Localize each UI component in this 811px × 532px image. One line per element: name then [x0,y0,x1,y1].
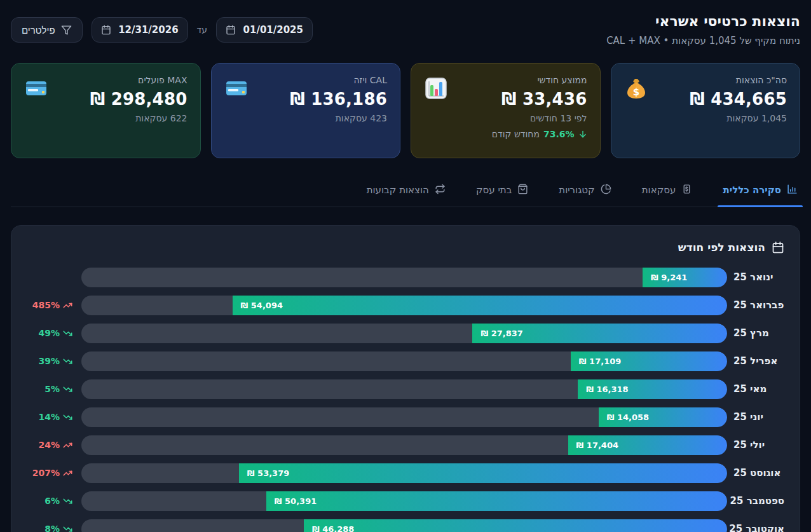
mom-change-pct: 485% [32,300,60,310]
tab-transactions[interactable]: עסקאות [641,179,694,207]
chart-rows: ינואר 25₪ 9,241פברואר 25₪ 54,094485%מרץ … [27,268,784,532]
bar-value-label: ₪ 46,288 [312,524,354,532]
monthly-expenses-chart-card: הוצאות לפי חודש ינואר 25₪ 9,241פברואר 25… [11,225,800,532]
calendar-icon [101,25,111,35]
trending-down-icon [63,524,72,532]
bar-fill[interactable]: ₪ 27,837 [472,324,727,343]
page-subtitle: ניתוח מקיף של 1,045 עסקאות • CAL + MAX [606,35,800,46]
bar-track: ₪ 27,837 [81,324,727,343]
dashboard-page: הוצאות כרטיסי אשראי ניתוח מקיף של 1,045 … [0,0,811,532]
mom-change: 6% [27,496,72,506]
calendar-icon [226,25,236,35]
trending-down-icon [63,329,72,338]
date-from-value: 01/01/2025 [243,24,303,36]
trending-up-icon [63,468,72,478]
stat-sub: 1,045 עסקאות [690,113,787,123]
bar-value-label: ₪ 17,109 [579,357,621,366]
stat-change-label: מחודש קודם [492,129,540,139]
mom-change: 49% [27,328,72,338]
month-label: אפריל 25 [727,355,784,367]
chart-row: יוני 25₪ 14,05814% [27,407,784,427]
chart-title: הוצאות לפי חודש [678,241,765,254]
month-label: מרץ 25 [727,327,784,339]
credit-card-icon [24,76,48,100]
mom-change: 207% [27,468,72,478]
trending-up-icon [63,301,72,310]
mom-change-pct: 24% [38,440,60,450]
mom-change-pct: 6% [44,496,60,506]
month-label: יולי 25 [727,439,784,451]
mom-change-pct: 5% [44,384,60,394]
bar-value-label: ₪ 14,058 [607,413,649,422]
svg-text:$: $ [632,86,639,98]
bar-fill[interactable]: ₪ 54,094 [233,296,727,315]
mom-change-pct: 49% [38,328,60,338]
mom-change: 485% [27,300,72,310]
date-to-input[interactable]: 12/31/2026 [92,17,188,43]
month-label: פברואר 25 [727,299,784,311]
filters-label: פילטרים [22,25,55,36]
stat-card-max: MAX פועלים ₪ 298,480 622 עסקאות [11,63,201,158]
tab-label: עסקאות [642,184,676,196]
tab-recurring[interactable]: הוצאות קבועות [365,179,447,207]
bar-fill[interactable]: ₪ 46,288 [304,519,727,532]
stat-sub: 622 עסקאות [90,113,187,123]
bar-value-label: ₪ 17,404 [576,440,618,450]
bar-fill[interactable]: ₪ 50,391 [266,491,727,511]
stat-label: MAX פועלים [90,75,187,85]
tab-label: סקירה כללית [723,184,781,196]
stat-value: ₪ 298,480 [90,90,187,109]
bar-track: ₪ 9,241 [81,268,727,287]
bar-track: ₪ 54,094 [81,296,727,315]
date-from-input[interactable]: 01/01/2025 [216,17,313,43]
tab-overview[interactable]: סקירה כללית [721,179,799,207]
bar-track: ₪ 46,288 [81,519,727,532]
trending-down-icon [63,385,72,394]
bar-fill[interactable]: ₪ 9,241 [643,268,727,287]
bar-value-label: ₪ 54,094 [241,301,283,310]
stat-label: ממוצע חודשי [492,75,587,85]
bar-chart-emoji-icon [424,76,448,100]
mom-change-pct: 207% [32,468,60,478]
mom-change-pct: 14% [38,412,60,422]
stat-sub: לפי 13 חודשים [492,113,587,123]
mom-change: 5% [27,384,72,394]
trending-down-icon [63,357,72,366]
stat-card-total-texts: סה"כ הוצאות ₪ 434,665 1,045 עסקאות [690,75,787,146]
tab-bar: סקירה כללית עסקאות קטגוריות בתי עסק הוצא… [11,179,800,207]
tab-categories[interactable]: קטגוריות [557,179,612,207]
chart-row: פברואר 25₪ 54,094485% [27,296,784,315]
month-label: ספטמבר 25 [727,495,784,507]
shop-bag-icon [517,184,528,197]
bar-fill[interactable]: ₪ 14,058 [599,407,727,427]
stat-label: CAL ויזה [290,75,387,85]
header-text: הוצאות כרטיסי אשראי ניתוח מקיף של 1,045 … [606,13,800,46]
stat-label: סה"כ הוצאות [690,75,787,85]
bar-fill[interactable]: ₪ 16,318 [578,379,727,399]
bar-fill[interactable]: ₪ 53,379 [239,463,727,483]
bar-fill[interactable]: ₪ 17,404 [568,435,727,455]
calendar-icon [772,241,784,254]
tab-label: קטגוריות [559,184,594,196]
bar-track: ₪ 53,379 [81,463,727,483]
receipt-icon [681,184,692,197]
repeat-icon [435,184,446,197]
money-bag-icon: $ [624,76,648,100]
month-label: אוקטובר 25 [727,523,784,532]
bar-track: ₪ 17,109 [81,351,727,371]
bar-track: ₪ 50,391 [81,491,727,511]
tab-merchants[interactable]: בתי עסק [475,179,529,207]
arrow-down-icon [578,130,587,139]
tab-label: הוצאות קבועות [367,184,429,196]
stat-value: ₪ 136,186 [290,90,387,109]
mom-change: 39% [27,356,72,366]
filters-button[interactable]: פילטרים [11,17,83,43]
bar-track: ₪ 16,318 [81,379,727,399]
stat-card-total: סה"כ הוצאות ₪ 434,665 1,045 עסקאות $ [611,63,801,158]
stat-change-pct: 73.6% [543,129,575,139]
chart-row: אוקטובר 25₪ 46,2888% [27,519,784,532]
bar-track: ₪ 17,404 [81,435,727,455]
chart-row: מאי 25₪ 16,3185% [27,379,784,399]
trending-down-icon [63,413,72,422]
bar-fill[interactable]: ₪ 17,109 [571,351,727,371]
